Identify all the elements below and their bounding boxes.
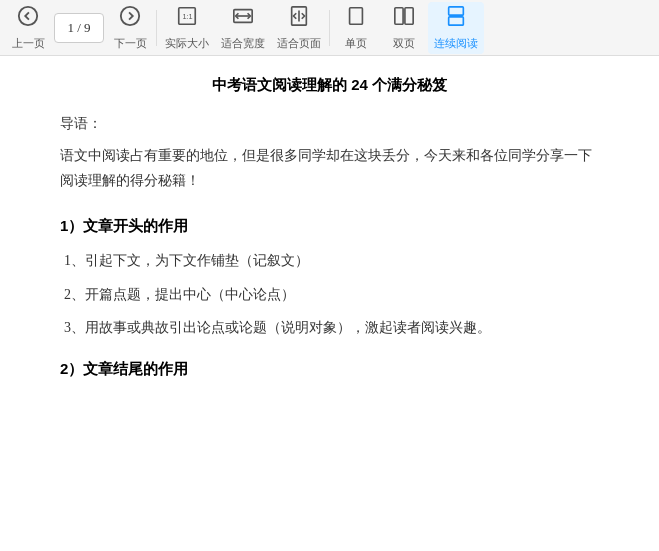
svg-rect-10 <box>405 7 413 24</box>
fit-page-button[interactable]: 适合页面 <box>271 2 327 54</box>
svg-point-0 <box>19 6 37 24</box>
fit-width-icon <box>232 5 254 34</box>
fit-page-label: 适合页面 <box>277 36 321 51</box>
section2-title: 2）文章结尾的作用 <box>60 360 599 379</box>
intro-text: 语文中阅读占有重要的地位，但是很多同学却在这块丢分，今天来和各位同学分享一下阅读… <box>60 143 599 193</box>
document-title: 中考语文阅读理解的 24 个满分秘笈 <box>60 76 599 95</box>
fit-width-button[interactable]: 适合宽度 <box>215 2 271 54</box>
prev-icon <box>17 5 39 34</box>
list-item: 2、开篇点题，提出中心（中心论点） <box>60 282 599 307</box>
svg-rect-9 <box>395 7 403 24</box>
svg-text:1:1: 1:1 <box>182 12 192 21</box>
actual-size-button[interactable]: 1:1 实际大小 <box>159 2 215 54</box>
next-page-button[interactable]: 下一页 <box>106 2 154 54</box>
svg-rect-11 <box>449 6 464 14</box>
fit-page-icon <box>288 5 310 34</box>
continuous-label: 连续阅读 <box>434 36 478 51</box>
actual-size-label: 实际大小 <box>165 36 209 51</box>
single-page-label: 单页 <box>345 36 367 51</box>
prev-page-button[interactable]: 上一页 <box>4 2 52 54</box>
intro-label: 导语： <box>60 115 599 133</box>
content-area: 中考语文阅读理解的 24 个满分秘笈 导语： 语文中阅读占有重要的地位，但是很多… <box>0 56 659 551</box>
single-page-icon <box>345 5 367 34</box>
list-item: 1、引起下文，为下文作铺垫（记叙文） <box>60 248 599 273</box>
double-page-button[interactable]: 双页 <box>380 2 428 54</box>
divider-1 <box>156 10 157 46</box>
continuous-icon <box>445 5 467 34</box>
next-icon <box>119 5 141 34</box>
fit-width-label: 适合宽度 <box>221 36 265 51</box>
continuous-read-button[interactable]: 连续阅读 <box>428 2 484 54</box>
section1-title: 1）文章开头的作用 <box>60 217 599 236</box>
divider-2 <box>329 10 330 46</box>
toolbar: 上一页 1 / 9 下一页 1:1 实际大小 <box>0 0 659 56</box>
svg-rect-12 <box>449 16 464 24</box>
page-display: 1 / 9 <box>67 20 90 36</box>
svg-rect-8 <box>350 7 363 24</box>
single-page-button[interactable]: 单页 <box>332 2 380 54</box>
prev-label: 上一页 <box>12 36 45 51</box>
svg-point-1 <box>121 6 139 24</box>
page-indicator[interactable]: 1 / 9 <box>54 13 104 43</box>
double-page-icon <box>393 5 415 34</box>
list-item: 3、用故事或典故引出论点或论题（说明对象），激起读者阅读兴趣。 <box>60 315 599 340</box>
next-label: 下一页 <box>114 36 147 51</box>
actual-size-icon: 1:1 <box>176 5 198 34</box>
double-page-label: 双页 <box>393 36 415 51</box>
